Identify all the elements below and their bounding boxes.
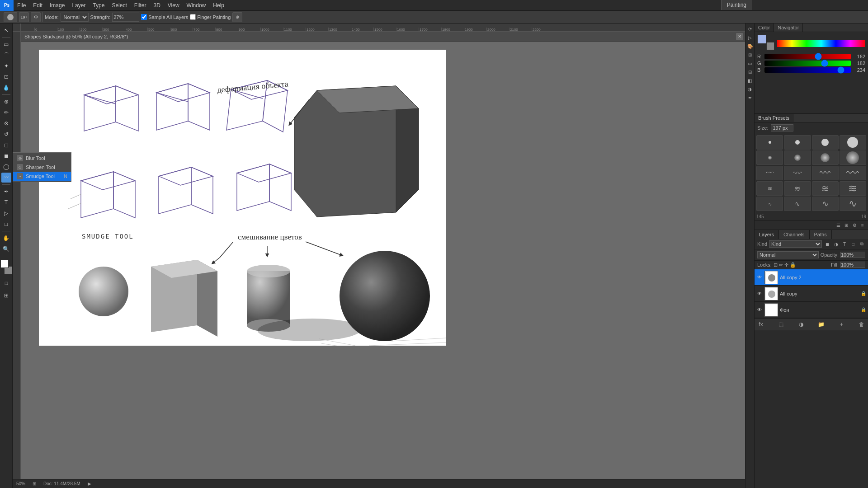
menu-3d[interactable]: 3D (150, 0, 164, 11)
layer-item-bg[interactable]: 👁 Фон 🔒 (755, 302, 868, 318)
brush-preset-4[interactable] (840, 135, 866, 150)
smart-layer-icon[interactable]: ⧉ (858, 240, 865, 248)
eraser-tool[interactable]: ◻ (1, 140, 11, 150)
brush-picker-btn[interactable] (4, 12, 17, 22)
brush-size-btn[interactable]: 197 (19, 12, 29, 22)
brush-settings-btn[interactable]: ⚙ (851, 221, 858, 229)
type-layer-icon[interactable]: T (841, 240, 848, 248)
gradient-tool[interactable]: ◼ (1, 151, 11, 161)
brush-preset-19[interactable]: ∿ (812, 197, 839, 211)
pixel-layer-icon[interactable]: ◼ (824, 240, 831, 248)
gradient-panel-icon[interactable]: ▭ (746, 60, 754, 67)
lock-transparent-icon[interactable]: ⊡ (774, 262, 778, 268)
brush-preset-20[interactable]: ∿ (840, 197, 866, 211)
kind-select[interactable]: Kind (769, 240, 822, 248)
brush-preset-9[interactable]: 〰 (756, 166, 783, 180)
layer-group-btn[interactable]: 📁 (817, 320, 826, 329)
brush-preset-12[interactable]: 〰 (840, 166, 866, 180)
brush-preset-18[interactable]: ∿ (784, 197, 811, 211)
move-tool[interactable]: ↖ (1, 25, 11, 35)
menu-select[interactable]: Select (108, 0, 130, 11)
brush-grid-view-btn[interactable]: ⊞ (843, 221, 850, 229)
quick-mask-icon[interactable]: ⬚ (1, 278, 11, 288)
brush-preset-8[interactable] (840, 150, 866, 165)
layer-delete-btn[interactable]: 🗑 (857, 320, 866, 329)
hand-tool[interactable]: ✋ (1, 233, 11, 243)
menu-file[interactable]: File (14, 0, 29, 11)
mode-select[interactable]: Normal (61, 13, 89, 22)
layer-fx-btn[interactable]: fx (756, 320, 765, 329)
blur-tool-item[interactable]: ◎ Blur Tool (13, 154, 71, 163)
zoom-tool[interactable]: 🔍 (1, 244, 11, 254)
brush-preset-13[interactable]: ≋ (756, 181, 783, 196)
menu-window[interactable]: Window (183, 0, 210, 11)
lock-all-icon[interactable]: 🔒 (790, 262, 796, 268)
color-spectrum[interactable] (777, 40, 865, 47)
quick-select-tool[interactable]: ✦ (1, 61, 11, 71)
history-tool[interactable]: ↺ (1, 129, 11, 139)
bg-color[interactable] (766, 42, 774, 50)
layer-item-allcopy2[interactable]: 👁 All copy 2 (755, 269, 868, 286)
opacity-input[interactable] (840, 252, 865, 258)
main-canvas[interactable]: деформация объекта (39, 50, 446, 346)
adjust-layer-icon[interactable]: ◑ (832, 240, 840, 248)
menu-filter[interactable]: Filter (131, 0, 150, 11)
lock-position-icon[interactable]: ✛ (784, 262, 788, 268)
brush-options-btn2[interactable]: ⊕ (232, 12, 242, 22)
brush-size-input[interactable] (771, 124, 793, 131)
brush-options-btn[interactable]: ⚙ (31, 12, 41, 22)
brush-preset-15[interactable]: ≋ (812, 181, 839, 196)
channels-icon[interactable]: ◑ (746, 85, 754, 93)
menu-layer[interactable]: Layer (68, 0, 89, 11)
fill-input[interactable] (840, 262, 865, 268)
canvas-close-btn[interactable]: ✕ (736, 33, 743, 40)
doc-info-arrow[interactable]: ▶ (88, 481, 91, 486)
layers-tab[interactable]: Layers (755, 230, 779, 239)
fg-color[interactable] (757, 35, 766, 44)
layer-visibility-icon-3[interactable]: 👁 (756, 307, 763, 313)
r-slider[interactable] (764, 54, 851, 59)
lock-pixels-icon[interactable]: ✏ (779, 262, 783, 268)
heal-tool[interactable]: ⊕ (1, 97, 11, 107)
paths-icon[interactable]: ✒ (746, 94, 754, 101)
shape-tool[interactable]: □ (1, 219, 11, 229)
brush-preset-3[interactable] (812, 135, 839, 150)
smudge-tool-item[interactable]: 〰 Smudge Tool N (13, 172, 71, 181)
layer-visibility-icon-2[interactable]: 👁 (756, 291, 763, 297)
clone-tool[interactable]: ⊗ (1, 118, 11, 128)
crop-tool[interactable]: ⊡ (1, 72, 11, 82)
layer-new-btn[interactable]: + (837, 320, 846, 329)
fg-color-swatch[interactable] (0, 260, 9, 268)
brush-preset-5[interactable] (756, 150, 783, 165)
brush-preset-1[interactable] (756, 135, 783, 150)
pen-tool[interactable]: ✒ (1, 187, 11, 197)
dodge-tool[interactable]: ◯ (1, 162, 11, 172)
menu-type[interactable]: Type (89, 0, 108, 11)
marquee-tool[interactable]: ▭ (1, 39, 11, 49)
screen-mode-icon[interactable]: ⊞ (1, 291, 11, 300)
paths-tab[interactable]: Paths (810, 230, 832, 239)
brush-list-view-btn[interactable]: ☰ (835, 221, 842, 229)
brush-preset-17[interactable]: ∿ (756, 197, 783, 211)
type-tool[interactable]: T (1, 197, 11, 207)
smudge-tool[interactable]: 〰 (1, 173, 11, 183)
canvas-wrapper[interactable]: Shapes Study.psd @ 50% (All copy 2, RGB/… (21, 32, 745, 479)
strength-input[interactable] (112, 13, 139, 22)
finger-painting-checkbox[interactable]: Finger Painting (190, 14, 231, 20)
sharpen-tool-item[interactable]: ◇ Sharpen Tool (13, 163, 71, 172)
lasso-tool[interactable]: ⌒ (1, 50, 11, 60)
g-slider[interactable] (764, 61, 851, 66)
brush-preset-2[interactable] (784, 135, 811, 150)
brush-preset-10[interactable]: 〰 (784, 166, 811, 180)
layer-adjust-btn[interactable]: ◑ (797, 320, 806, 329)
b-slider[interactable] (764, 67, 851, 73)
layer-mask-btn[interactable]: ⬚ (777, 320, 786, 329)
patterns-icon[interactable]: ⊟ (746, 68, 754, 75)
menu-view[interactable]: View (164, 0, 183, 11)
brush-preset-14[interactable]: ≋ (784, 181, 811, 196)
color-tab[interactable]: Color (755, 23, 774, 32)
sample-all-checkbox[interactable]: Sample All Layers (141, 14, 188, 20)
navigator-tab[interactable]: Navigator (774, 23, 803, 32)
color-panel-icon[interactable]: 🎨 (746, 42, 754, 50)
menu-edit[interactable]: Edit (29, 0, 46, 11)
